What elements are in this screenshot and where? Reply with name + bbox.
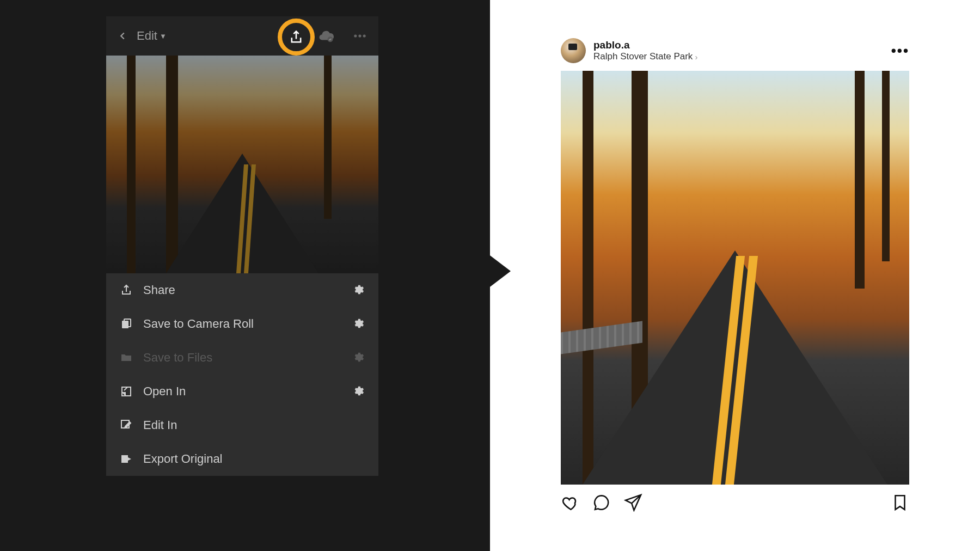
lightroom-panel: Edit ▼ Share — [0, 0, 490, 551]
more-options-icon[interactable] — [350, 26, 370, 46]
location-text: Ralph Stover State Park — [593, 51, 693, 62]
menu-label: Open In — [143, 384, 342, 399]
post-photo[interactable] — [561, 71, 909, 485]
post-header: pablo.a Ralph Stover State Park › ••• — [561, 33, 909, 71]
menu-label: Edit In — [143, 418, 365, 432]
share-menu: Share Save to Camera Roll Save to Files — [106, 273, 378, 476]
send-button[interactable] — [624, 493, 642, 512]
menu-item-save-camera-roll[interactable]: Save to Camera Roll — [106, 307, 378, 341]
comment-button[interactable] — [592, 493, 611, 512]
instagram-panel: pablo.a Ralph Stover State Park › ••• — [490, 0, 980, 551]
gear-icon[interactable] — [352, 385, 365, 398]
lightroom-app-frame: Edit ▼ Share — [106, 16, 378, 476]
menu-item-save-files: Save to Files — [106, 341, 378, 375]
menu-item-open-in[interactable]: Open In — [106, 375, 378, 408]
edit-in-icon — [119, 418, 133, 432]
transition-arrow-icon — [483, 250, 511, 292]
gear-icon[interactable] — [352, 317, 365, 330]
menu-item-export-original[interactable]: Export Original — [106, 442, 378, 476]
menu-label: Save to Camera Roll — [143, 317, 342, 331]
svg-point-1 — [354, 34, 357, 37]
cloud-sync-icon[interactable] — [316, 26, 336, 46]
post-actions — [561, 485, 909, 512]
location-link[interactable]: Ralph Stover State Park › — [593, 51, 697, 62]
folder-icon — [119, 351, 133, 365]
bookmark-button[interactable] — [891, 493, 909, 512]
menu-label: Share — [143, 283, 342, 297]
photo-preview — [106, 56, 378, 273]
post-more-options[interactable]: ••• — [891, 42, 909, 59]
svg-point-2 — [358, 34, 361, 37]
username[interactable]: pablo.a — [593, 39, 697, 51]
like-button[interactable] — [561, 493, 579, 512]
save-roll-icon — [119, 317, 133, 331]
share-icon — [119, 283, 133, 297]
export-icon — [119, 452, 133, 466]
share-button[interactable] — [289, 29, 304, 45]
gear-icon — [352, 351, 365, 364]
menu-item-share[interactable]: Share — [106, 273, 378, 307]
caret-down-icon: ▼ — [160, 32, 167, 40]
chevron-right-icon: › — [695, 52, 697, 62]
user-avatar[interactable] — [561, 38, 586, 63]
menu-label: Export Original — [143, 452, 365, 466]
edit-mode-dropdown[interactable]: Edit ▼ — [137, 29, 167, 43]
edit-label-text: Edit — [137, 29, 157, 43]
gear-icon[interactable] — [352, 284, 365, 297]
lightroom-topbar: Edit ▼ — [106, 16, 378, 56]
open-in-icon — [119, 384, 133, 399]
back-button[interactable] — [115, 28, 130, 44]
menu-item-edit-in[interactable]: Edit In — [106, 408, 378, 442]
svg-point-3 — [363, 34, 366, 37]
instagram-post: pablo.a Ralph Stover State Park › ••• — [561, 33, 909, 512]
menu-label: Save to Files — [143, 351, 342, 365]
